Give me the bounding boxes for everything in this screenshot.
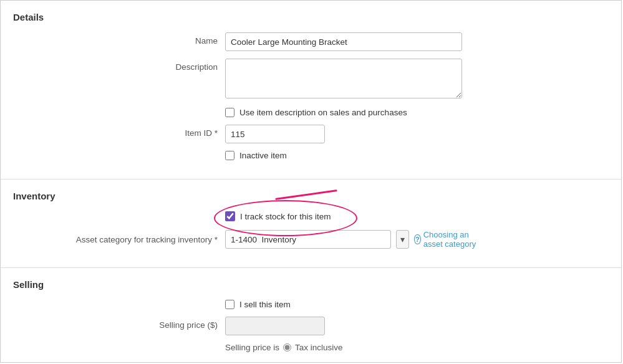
question-icon: ? — [414, 234, 421, 244]
description-row: Description — [13, 59, 609, 100]
description-input[interactable] — [225, 59, 462, 98]
details-title: Details — [13, 12, 609, 22]
selling-price-label: Selling price ($) — [13, 317, 225, 330]
name-row: Name Cooler Large Mounting Bracket — [13, 32, 609, 51]
selling-price-row: Selling price ($) — [13, 317, 609, 335]
asset-dropdown-button[interactable]: ▾ — [396, 230, 409, 249]
inactive-label: Inactive item — [239, 151, 287, 160]
asset-category-input[interactable] — [225, 230, 391, 249]
tax-inclusive-label: Tax inclusive — [295, 343, 343, 352]
details-section: Details Name Cooler Large Mounting Brack… — [1, 1, 621, 180]
track-stock-label: I track stock for this item — [240, 212, 331, 221]
choosing-asset-label: Choosing an asset category — [423, 230, 485, 249]
item-id-row: Item ID * — [13, 125, 609, 143]
inactive-checkbox[interactable] — [225, 151, 234, 160]
i-sell-row: I sell this item — [225, 300, 609, 309]
item-id-field-wrapper — [225, 125, 462, 143]
asset-category-row: Asset category for tracking inventory * … — [13, 230, 609, 249]
inventory-title: Inventory — [13, 191, 609, 201]
selling-title: Selling — [13, 279, 609, 290]
i-sell-checkbox[interactable] — [225, 300, 234, 309]
selling-section: Selling I sell this item Selling price (… — [1, 268, 621, 363]
use-description-label: Use item description on sales and purcha… — [239, 108, 407, 117]
track-stock-checkbox[interactable] — [225, 211, 235, 221]
page-wrapper: Details Name Cooler Large Mounting Brack… — [0, 0, 622, 363]
selling-price-is-row: Selling price is Tax inclusive — [225, 343, 609, 352]
selling-price-is-label: Selling price is — [225, 343, 279, 352]
item-id-label: Item ID * — [13, 125, 225, 138]
description-field-wrapper — [225, 59, 462, 100]
asset-category-label: Asset category for tracking inventory * — [13, 235, 225, 244]
name-label: Name — [13, 32, 225, 46]
description-label: Description — [13, 59, 225, 72]
inventory-section: Inventory I track stock for this item As… — [1, 180, 621, 268]
track-stock-row: I track stock for this item — [225, 211, 609, 221]
use-description-checkbox[interactable] — [225, 108, 234, 117]
name-input[interactable]: Cooler Large Mounting Bracket — [225, 32, 462, 51]
selling-price-input[interactable] — [225, 317, 325, 335]
choosing-asset-link[interactable]: ? Choosing an asset category — [414, 230, 485, 249]
name-field-wrapper: Cooler Large Mounting Bracket — [225, 32, 462, 51]
selling-price-wrapper — [225, 317, 462, 335]
item-id-input[interactable] — [225, 125, 325, 143]
i-sell-label: I sell this item — [239, 300, 291, 309]
inactive-row: Inactive item — [225, 151, 609, 160]
tax-inclusive-radio[interactable] — [283, 343, 291, 352]
use-description-row: Use item description on sales and purcha… — [225, 108, 609, 117]
asset-select-wrapper: ▾ ? Choosing an asset category — [225, 230, 485, 249]
chevron-down-icon: ▾ — [400, 234, 405, 244]
